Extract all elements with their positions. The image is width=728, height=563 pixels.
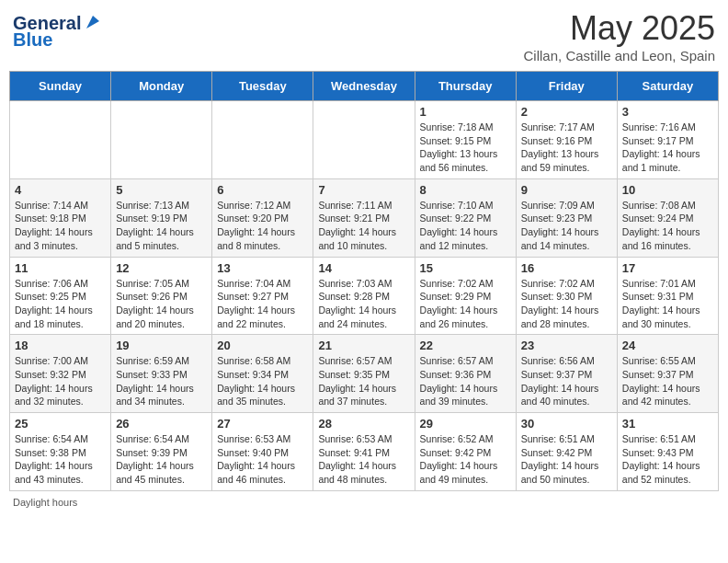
day-number: 5 [116,183,207,197]
day-info: Sunrise: 7:13 AM Sunset: 9:19 PM Dayligh… [116,199,207,253]
calendar-cell: 5Sunrise: 7:13 AM Sunset: 9:19 PM Daylig… [111,178,212,257]
calendar-cell: 2Sunrise: 7:17 AM Sunset: 9:16 PM Daylig… [516,101,617,179]
day-number: 12 [116,261,207,275]
day-info: Sunrise: 6:59 AM Sunset: 9:33 PM Dayligh… [116,354,207,408]
calendar-cell: 28Sunrise: 6:53 AM Sunset: 9:41 PM Dayli… [313,413,415,491]
week-row-3: 11Sunrise: 7:06 AM Sunset: 9:25 PM Dayli… [10,257,719,335]
calendar-cell: 22Sunrise: 6:57 AM Sunset: 9:36 PM Dayli… [415,335,516,413]
day-info: Sunrise: 7:09 AM Sunset: 9:23 PM Dayligh… [521,199,612,253]
day-number: 25 [15,417,106,431]
calendar-cell: 19Sunrise: 6:59 AM Sunset: 9:33 PM Dayli… [111,335,212,413]
day-number: 18 [15,339,106,352]
day-number: 19 [116,339,207,352]
day-number: 23 [521,339,612,352]
day-info: Sunrise: 7:03 AM Sunset: 9:28 PM Dayligh… [318,277,409,331]
week-row-5: 25Sunrise: 6:54 AM Sunset: 9:38 PM Dayli… [10,413,719,491]
week-row-2: 4Sunrise: 7:14 AM Sunset: 9:18 PM Daylig… [10,178,719,257]
calendar-cell: 18Sunrise: 7:00 AM Sunset: 9:32 PM Dayli… [10,335,111,413]
day-info: Sunrise: 7:11 AM Sunset: 9:21 PM Dayligh… [318,199,409,253]
day-number: 20 [217,339,308,352]
calendar-cell: 3Sunrise: 7:16 AM Sunset: 9:17 PM Daylig… [617,101,718,179]
day-info: Sunrise: 7:17 AM Sunset: 9:16 PM Dayligh… [521,121,612,175]
calendar-cell: 10Sunrise: 7:08 AM Sunset: 9:24 PM Dayli… [617,178,718,257]
calendar-cell: 12Sunrise: 7:05 AM Sunset: 9:26 PM Dayli… [111,257,212,335]
calendar-cell [10,101,111,179]
day-number: 21 [318,339,409,352]
week-row-1: 1Sunrise: 7:18 AM Sunset: 9:15 PM Daylig… [10,101,719,179]
dow-monday: Monday [111,72,212,101]
calendar-cell: 1Sunrise: 7:18 AM Sunset: 9:15 PM Daylig… [415,101,516,179]
day-info: Sunrise: 7:05 AM Sunset: 9:26 PM Dayligh… [116,277,207,331]
day-info: Sunrise: 6:51 AM Sunset: 9:43 PM Dayligh… [622,432,713,487]
day-number: 15 [420,261,511,275]
day-info: Sunrise: 7:18 AM Sunset: 9:15 PM Dayligh… [420,121,511,175]
dow-friday: Friday [516,72,617,101]
calendar: SundayMondayTuesdayWednesdayThursdayFrid… [9,71,719,491]
days-of-week-header: SundayMondayTuesdayWednesdayThursdayFrid… [10,72,719,101]
calendar-cell: 21Sunrise: 6:57 AM Sunset: 9:35 PM Dayli… [313,335,415,413]
calendar-cell: 11Sunrise: 7:06 AM Sunset: 9:25 PM Dayli… [10,257,111,335]
dow-tuesday: Tuesday [212,72,313,101]
logo-icon [83,12,103,32]
day-info: Sunrise: 6:55 AM Sunset: 9:37 PM Dayligh… [622,354,713,408]
day-number: 22 [420,339,511,352]
day-number: 14 [318,261,409,275]
day-info: Sunrise: 6:53 AM Sunset: 9:41 PM Dayligh… [318,432,409,487]
day-number: 24 [622,339,713,352]
week-row-4: 18Sunrise: 7:00 AM Sunset: 9:32 PM Dayli… [10,335,719,413]
header: General Blue May 2025 Cillan, Castille a… [9,9,719,63]
day-number: 30 [521,417,612,431]
calendar-cell: 24Sunrise: 6:55 AM Sunset: 9:37 PM Dayli… [617,335,718,413]
day-info: Sunrise: 7:10 AM Sunset: 9:22 PM Dayligh… [420,199,511,253]
day-number: 4 [15,183,106,197]
day-info: Sunrise: 7:02 AM Sunset: 9:30 PM Dayligh… [521,277,612,331]
calendar-cell [111,101,212,179]
calendar-cell: 23Sunrise: 6:56 AM Sunset: 9:37 PM Dayli… [516,335,617,413]
calendar-cell: 26Sunrise: 6:54 AM Sunset: 9:39 PM Dayli… [111,413,212,491]
calendar-cell: 15Sunrise: 7:02 AM Sunset: 9:29 PM Dayli… [415,257,516,335]
calendar-cell: 20Sunrise: 6:58 AM Sunset: 9:34 PM Dayli… [212,335,313,413]
day-info: Sunrise: 7:12 AM Sunset: 9:20 PM Dayligh… [217,199,308,253]
day-number: 8 [420,183,511,197]
calendar-cell: 29Sunrise: 6:52 AM Sunset: 9:42 PM Dayli… [415,413,516,491]
calendar-cell [313,101,415,179]
day-info: Sunrise: 6:51 AM Sunset: 9:42 PM Dayligh… [521,432,612,487]
day-info: Sunrise: 7:14 AM Sunset: 9:18 PM Dayligh… [15,199,106,253]
calendar-body: 1Sunrise: 7:18 AM Sunset: 9:15 PM Daylig… [10,101,719,491]
title-area: May 2025 Cillan, Castille and Leon, Spai… [524,9,715,63]
day-info: Sunrise: 6:52 AM Sunset: 9:42 PM Dayligh… [420,432,511,487]
calendar-cell: 31Sunrise: 6:51 AM Sunset: 9:43 PM Dayli… [617,413,718,491]
day-number: 27 [217,417,308,431]
day-number: 1 [420,105,511,119]
calendar-cell: 4Sunrise: 7:14 AM Sunset: 9:18 PM Daylig… [10,178,111,257]
dow-saturday: Saturday [617,72,718,101]
day-number: 28 [318,417,409,431]
calendar-cell: 7Sunrise: 7:11 AM Sunset: 9:21 PM Daylig… [313,178,415,257]
day-number: 2 [521,105,612,119]
day-info: Sunrise: 6:56 AM Sunset: 9:37 PM Dayligh… [521,354,612,408]
footer-note: Daylight hours [9,497,719,508]
day-number: 26 [116,417,207,431]
calendar-cell: 27Sunrise: 6:53 AM Sunset: 9:40 PM Dayli… [212,413,313,491]
calendar-cell: 17Sunrise: 7:01 AM Sunset: 9:31 PM Dayli… [617,257,718,335]
day-number: 29 [420,417,511,431]
dow-thursday: Thursday [415,72,516,101]
calendar-cell: 13Sunrise: 7:04 AM Sunset: 9:27 PM Dayli… [212,257,313,335]
day-info: Sunrise: 7:08 AM Sunset: 9:24 PM Dayligh… [622,199,713,253]
dow-sunday: Sunday [10,72,111,101]
day-info: Sunrise: 6:57 AM Sunset: 9:35 PM Dayligh… [318,354,409,408]
day-number: 6 [217,183,308,197]
day-info: Sunrise: 6:54 AM Sunset: 9:38 PM Dayligh… [15,432,106,487]
day-info: Sunrise: 7:16 AM Sunset: 9:17 PM Dayligh… [622,121,713,175]
calendar-cell: 6Sunrise: 7:12 AM Sunset: 9:20 PM Daylig… [212,178,313,257]
calendar-cell: 25Sunrise: 6:54 AM Sunset: 9:38 PM Dayli… [10,413,111,491]
day-number: 16 [521,261,612,275]
calendar-cell [212,101,313,179]
day-number: 31 [622,417,713,431]
dow-wednesday: Wednesday [313,72,415,101]
day-info: Sunrise: 6:58 AM Sunset: 9:34 PM Dayligh… [217,354,308,408]
calendar-cell: 14Sunrise: 7:03 AM Sunset: 9:28 PM Dayli… [313,257,415,335]
day-number: 9 [521,183,612,197]
day-info: Sunrise: 7:04 AM Sunset: 9:27 PM Dayligh… [217,277,308,331]
day-info: Sunrise: 6:54 AM Sunset: 9:39 PM Dayligh… [116,432,207,487]
